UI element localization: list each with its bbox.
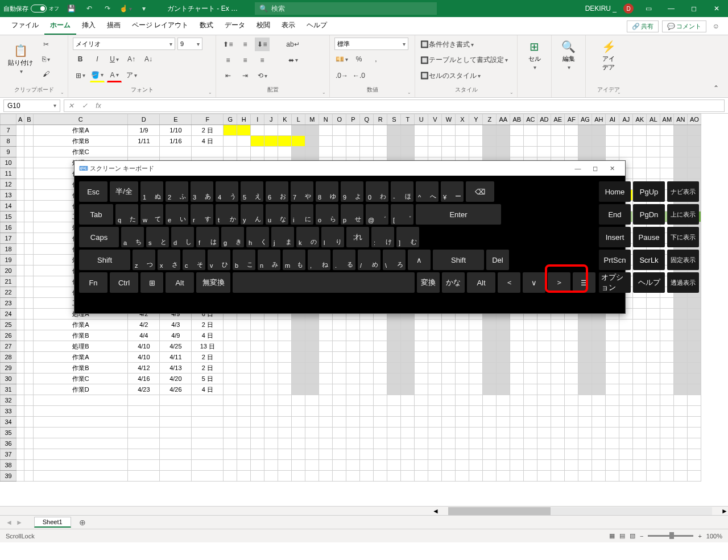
cell[interactable]	[551, 449, 565, 460]
cell[interactable]	[292, 352, 305, 363]
cell[interactable]	[565, 147, 578, 157]
cell[interactable]	[483, 471, 497, 482]
cell[interactable]	[688, 449, 701, 460]
cell[interactable]	[442, 384, 456, 395]
tab-挿入[interactable]: 挿入	[76, 17, 101, 35]
key-scrlk[interactable]: ScrLk	[633, 250, 665, 270]
cell[interactable]	[524, 395, 537, 406]
cell[interactable]	[24, 428, 34, 438]
cell[interactable]	[660, 320, 674, 330]
cell[interactable]	[305, 320, 319, 330]
cell[interactable]	[483, 374, 497, 384]
cell[interactable]	[647, 330, 660, 341]
cell[interactable]	[237, 406, 251, 417]
cell[interactable]	[401, 438, 415, 449]
cell[interactable]	[606, 330, 619, 341]
cell[interactable]	[333, 384, 346, 395]
key[interactable]: 0わ	[366, 181, 388, 202]
key[interactable]: ⌫	[466, 181, 494, 202]
cell[interactable]	[415, 428, 428, 438]
cell[interactable]: 4/10	[128, 352, 160, 363]
fx-icon[interactable]: fx	[92, 102, 105, 110]
cell[interactable]	[551, 147, 565, 157]
key-pgdn[interactable]: PgDn	[633, 204, 665, 225]
cell[interactable]	[415, 374, 428, 384]
cell[interactable]	[442, 320, 456, 330]
cell[interactable]	[237, 320, 251, 330]
cell[interactable]	[688, 395, 701, 406]
cell[interactable]	[537, 320, 551, 330]
cell[interactable]	[510, 374, 524, 384]
key[interactable]: Ctrl	[110, 272, 138, 293]
cell[interactable]	[333, 460, 346, 471]
cell[interactable]	[428, 471, 442, 482]
cell[interactable]	[565, 471, 578, 482]
col-header[interactable]: P	[346, 114, 360, 125]
cell[interactable]	[456, 320, 469, 330]
cell[interactable]	[619, 363, 633, 374]
cell[interactable]	[401, 471, 415, 482]
cell[interactable]	[497, 460, 510, 471]
cell[interactable]	[551, 374, 565, 384]
cell[interactable]	[619, 471, 633, 482]
name-box[interactable]: G10▾	[3, 99, 60, 112]
cell[interactable]	[16, 266, 24, 276]
cell[interactable]	[360, 417, 374, 428]
cell[interactable]	[456, 330, 469, 341]
cell[interactable]	[551, 384, 565, 395]
cell[interactable]	[319, 428, 333, 438]
cell[interactable]	[688, 417, 701, 428]
cell[interactable]	[688, 330, 701, 341]
cell[interactable]	[16, 309, 24, 320]
col-header[interactable]: L	[292, 114, 305, 125]
cell[interactable]: 4 日	[192, 136, 224, 147]
cell[interactable]	[633, 157, 647, 168]
cell[interactable]	[578, 471, 592, 482]
cell[interactable]	[688, 406, 701, 417]
cell[interactable]	[319, 363, 333, 374]
cell[interactable]	[24, 384, 34, 395]
cell[interactable]: 2 日	[192, 125, 224, 136]
cell[interactable]: 4 日	[192, 330, 224, 341]
cell[interactable]	[401, 330, 415, 341]
cell[interactable]	[497, 406, 510, 417]
col-header[interactable]: R	[374, 114, 387, 125]
cell[interactable]	[606, 136, 619, 147]
key-固定表示[interactable]: 固定表示	[667, 250, 699, 270]
cell[interactable]	[565, 341, 578, 352]
cell[interactable]	[192, 428, 224, 438]
row-header[interactable]: 37	[1, 449, 16, 460]
cell[interactable]	[292, 471, 305, 482]
cell[interactable]	[456, 406, 469, 417]
cell[interactable]	[524, 374, 537, 384]
cell[interactable]	[374, 341, 387, 352]
cell[interactable]	[524, 136, 537, 147]
cell[interactable]	[16, 320, 24, 330]
row-header[interactable]: 20	[1, 266, 16, 276]
cell[interactable]: 作業D	[34, 384, 128, 395]
cell[interactable]	[24, 168, 34, 179]
cell[interactable]	[633, 309, 647, 320]
cell[interactable]	[483, 395, 497, 406]
key[interactable]: 7や	[291, 181, 313, 202]
cell[interactable]	[415, 363, 428, 374]
cell[interactable]	[606, 428, 619, 438]
cell[interactable]	[469, 395, 483, 406]
cell[interactable]	[497, 374, 510, 384]
cell[interactable]	[415, 341, 428, 352]
cell[interactable]	[16, 374, 24, 384]
cell[interactable]	[524, 125, 537, 136]
cell[interactable]	[346, 417, 360, 428]
key[interactable]: Fn	[79, 272, 107, 293]
cell[interactable]: 4/12	[128, 363, 160, 374]
cell[interactable]	[333, 125, 346, 136]
cell[interactable]	[674, 417, 688, 428]
cell[interactable]	[305, 438, 319, 449]
cell[interactable]	[483, 449, 497, 460]
row-header[interactable]: 29	[1, 363, 16, 374]
col-header[interactable]: AI	[606, 114, 619, 125]
col-header[interactable]: J	[264, 114, 278, 125]
cell[interactable]	[497, 417, 510, 428]
col-header[interactable]: A	[16, 114, 24, 125]
cell[interactable]	[592, 438, 606, 449]
